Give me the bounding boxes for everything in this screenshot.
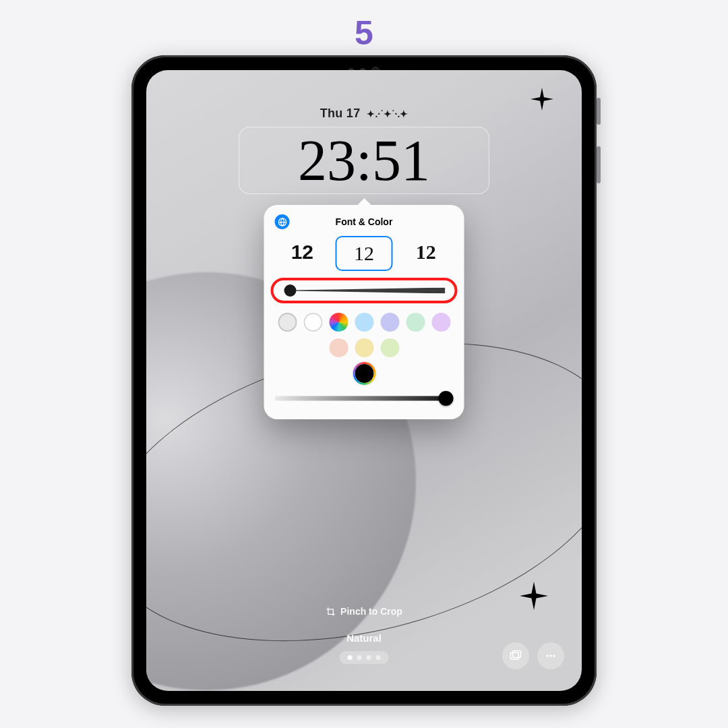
color-swatch[interactable] bbox=[380, 338, 399, 357]
more-button[interactable] bbox=[537, 642, 564, 669]
weight-slider[interactable] bbox=[283, 287, 446, 294]
weight-slider-highlight bbox=[271, 278, 458, 303]
page-indicator[interactable] bbox=[340, 651, 389, 664]
date-decoration: ✦.·˙✦˙·.✦ bbox=[367, 109, 408, 119]
color-swatches bbox=[275, 313, 454, 357]
clock-time: 23:51 bbox=[298, 131, 430, 189]
color-picker-button[interactable] bbox=[355, 364, 373, 383]
crop-icon bbox=[326, 607, 336, 617]
color-swatch-rainbow[interactable] bbox=[329, 313, 348, 332]
photos-icon bbox=[509, 649, 522, 663]
sparkle-icon bbox=[530, 88, 553, 111]
svg-rect-2 bbox=[513, 651, 521, 658]
svg-point-3 bbox=[546, 655, 548, 657]
opacity-slider-thumb[interactable] bbox=[439, 391, 454, 406]
date-text: Thu 17 bbox=[320, 107, 361, 121]
color-swatch[interactable] bbox=[303, 313, 322, 332]
weight-slider-thumb[interactable] bbox=[284, 284, 297, 297]
opacity-slider[interactable] bbox=[275, 392, 454, 404]
color-swatch[interactable] bbox=[278, 313, 297, 332]
color-swatch[interactable] bbox=[355, 313, 373, 332]
hint-label: Pinch to Crop bbox=[340, 606, 402, 617]
svg-point-4 bbox=[549, 655, 551, 657]
popover-title: Font & Color bbox=[336, 216, 393, 227]
pinch-to-crop-hint: Pinch to Crop bbox=[326, 606, 402, 617]
page-dot[interactable] bbox=[357, 655, 362, 660]
ipad-screen: Thu 17 ✦.·˙✦˙·.✦ 23:51 Font & Color 12 1… bbox=[146, 70, 582, 691]
color-swatch[interactable] bbox=[329, 338, 348, 357]
photos-button[interactable] bbox=[502, 642, 529, 669]
font-color-popover: Font & Color 12 12 12 bbox=[264, 205, 464, 419]
font-option-1[interactable]: 12 bbox=[275, 236, 330, 268]
page-dot[interactable] bbox=[367, 655, 371, 660]
font-option-2[interactable]: 12 bbox=[335, 236, 393, 271]
step-number: 5 bbox=[0, 13, 728, 53]
color-swatch[interactable] bbox=[355, 338, 373, 357]
more-icon bbox=[544, 649, 557, 663]
page-dot[interactable] bbox=[348, 655, 353, 660]
svg-point-5 bbox=[553, 655, 555, 657]
svg-rect-1 bbox=[511, 653, 519, 659]
lockscreen-clock[interactable]: 23:51 bbox=[239, 127, 489, 194]
sparkle-icon bbox=[520, 582, 548, 610]
depth-mode-label[interactable]: Natural bbox=[346, 632, 382, 644]
page-dot[interactable] bbox=[376, 655, 381, 660]
font-options: 12 12 12 bbox=[275, 236, 454, 271]
color-swatch[interactable] bbox=[380, 313, 399, 332]
color-swatch[interactable] bbox=[431, 313, 450, 332]
font-option-3[interactable]: 12 bbox=[398, 236, 454, 268]
ipad-frame: Thu 17 ✦.·˙✦˙·.✦ 23:51 Font & Color 12 1… bbox=[131, 55, 597, 706]
color-swatch[interactable] bbox=[406, 313, 425, 332]
globe-icon[interactable] bbox=[275, 214, 290, 229]
lockscreen-date[interactable]: Thu 17 ✦.·˙✦˙·.✦ bbox=[320, 107, 408, 121]
